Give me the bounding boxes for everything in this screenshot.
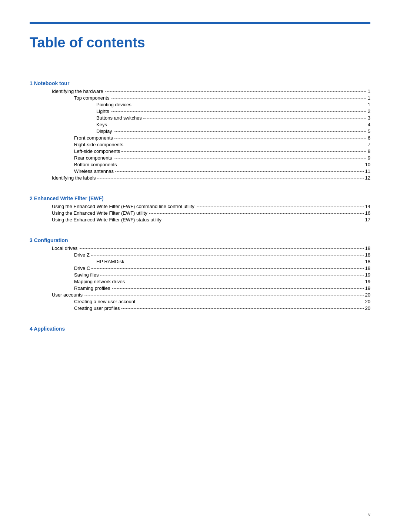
- toc-dots: [100, 275, 363, 275]
- toc-page-number: 20: [365, 292, 370, 298]
- toc-entry: Keys4: [30, 122, 370, 127]
- toc-dots: [196, 207, 364, 207]
- toc-entry: Right-side components7: [30, 142, 370, 147]
- toc-page-number: 8: [368, 148, 370, 154]
- toc-page-number: 2: [368, 108, 370, 114]
- toc-entry: Using the Enhanced Write Filter (EWF) ut…: [30, 210, 370, 216]
- toc-dots: [91, 268, 363, 269]
- toc-entry-label: User accounts: [52, 292, 83, 298]
- toc-page-number: 17: [365, 217, 370, 222]
- toc-page-number: 1: [368, 88, 370, 94]
- toc-page-number: 12: [365, 175, 370, 181]
- toc-dots: [105, 91, 366, 92]
- section-heading-2: 2 Enhanced Write Filter (EWF): [30, 195, 370, 201]
- toc-entry: Mapping network drives19: [30, 279, 370, 284]
- toc-entry: Top components1: [30, 95, 370, 101]
- toc-entry-label: Using the Enhanced Write Filter (EWF) ut…: [52, 210, 147, 216]
- toc-entry-label: Drive C: [74, 265, 90, 271]
- toc-dots: [112, 288, 364, 289]
- toc-entry-label: Local drives: [52, 245, 77, 251]
- toc-entry-label: Mapping network drives: [74, 279, 125, 284]
- toc-page-number: 5: [368, 128, 370, 134]
- toc-entry: Rear components9: [30, 155, 370, 161]
- toc-entry: Front components6: [30, 135, 370, 141]
- toc-entry-label: Identifying the labels: [52, 175, 96, 181]
- toc-entry: Creating user profiles20: [30, 305, 370, 311]
- toc-section-4: 4 Applications: [30, 326, 370, 332]
- toc-entry: Left-side components8: [30, 148, 370, 154]
- toc-entry: Creating a new user account20: [30, 299, 370, 304]
- toc-page-number: 18: [365, 252, 370, 258]
- toc-entry-label: Left-side components: [74, 148, 120, 154]
- toc-entry: Using the Enhanced Write Filter (EWF) co…: [30, 204, 370, 209]
- toc-dots: [119, 165, 364, 165]
- toc-page-number: 4: [368, 122, 370, 127]
- toc-dots: [121, 151, 366, 152]
- toc-entry-label: Keys: [96, 122, 107, 127]
- toc-dots: [133, 105, 366, 105]
- toc-page-number: 9: [368, 155, 370, 161]
- toc-page-number: 14: [365, 204, 370, 209]
- top-border-rule: [30, 22, 370, 24]
- section-heading-3: 3 Configuration: [30, 237, 370, 243]
- toc-entry-label: Rear components: [74, 155, 112, 161]
- toc-entry: Bottom components10: [30, 162, 370, 167]
- toc-entry: Identifying the hardware1: [30, 88, 370, 94]
- toc-dots: [126, 282, 363, 282]
- toc-entry: HP RAMDisk18: [30, 259, 370, 264]
- toc-dots: [149, 213, 364, 214]
- toc-dots: [125, 145, 366, 145]
- toc-entry-label: Roaming profiles: [74, 285, 110, 291]
- toc-entry-label: Right-side components: [74, 142, 123, 147]
- toc-entry: Roaming profiles19: [30, 285, 370, 291]
- toc-page-number: 20: [365, 305, 370, 311]
- toc-entry: Identifying the labels12: [30, 175, 370, 181]
- toc-entry-label: HP RAMDisk: [96, 259, 124, 264]
- toc-page-number: 6: [368, 135, 370, 141]
- toc-page-number: 18: [365, 245, 370, 251]
- toc-entry: Saving files19: [30, 272, 370, 278]
- toc-entry-label: Drive Z: [74, 252, 90, 258]
- toc-entry-label: Front components: [74, 135, 113, 141]
- toc-page-number: 10: [365, 162, 370, 167]
- toc-container: 1 Notebook tourIdentifying the hardware1…: [30, 80, 370, 332]
- toc-dots: [115, 171, 364, 172]
- toc-dots: [121, 308, 364, 309]
- toc-entry-label: Wireless antennas: [74, 168, 114, 174]
- toc-dots: [91, 255, 364, 255]
- toc-entry-label: Creating user profiles: [74, 305, 120, 311]
- toc-page-number: 19: [365, 285, 370, 291]
- toc-page-number: 11: [365, 168, 370, 174]
- toc-page-number: 18: [365, 265, 370, 271]
- toc-page-number: 19: [365, 279, 370, 284]
- toc-page-number: 16: [365, 210, 370, 216]
- toc-entry: Lights2: [30, 108, 370, 114]
- section-heading-1: 1 Notebook tour: [30, 80, 370, 86]
- toc-entry: Pointing devices1: [30, 102, 370, 107]
- toc-page-number: 18: [365, 259, 370, 264]
- toc-dots: [163, 220, 364, 220]
- toc-entry-label: Bottom components: [74, 162, 117, 167]
- toc-dots: [109, 125, 366, 125]
- page-title: Table of contents: [30, 35, 370, 51]
- toc-entry-label: Top components: [74, 95, 109, 101]
- toc-entry: Display5: [30, 128, 370, 134]
- toc-page-number: 1: [368, 102, 370, 107]
- toc-page-number: 20: [365, 299, 370, 304]
- toc-dots: [111, 111, 366, 112]
- toc-page-number: 7: [368, 142, 370, 147]
- toc-entry: Using the Enhanced Write Filter (EWF) st…: [30, 217, 370, 222]
- toc-dots: [114, 131, 366, 132]
- toc-entry: Drive C18: [30, 265, 370, 271]
- toc-dots: [79, 248, 363, 249]
- toc-entry: User accounts20: [30, 292, 370, 298]
- toc-entry-label: Display: [96, 128, 112, 134]
- toc-entry-label: Identifying the hardware: [52, 88, 103, 94]
- toc-entry-label: Creating a new user account: [74, 299, 135, 304]
- toc-dots: [126, 262, 364, 262]
- toc-section-2: 2 Enhanced Write Filter (EWF)Using the E…: [30, 195, 370, 222]
- page: Table of contents 1 Notebook tourIdentif…: [0, 0, 400, 532]
- toc-entry: Drive Z18: [30, 252, 370, 258]
- toc-entry: Buttons and switches3: [30, 115, 370, 121]
- toc-dots: [97, 178, 364, 178]
